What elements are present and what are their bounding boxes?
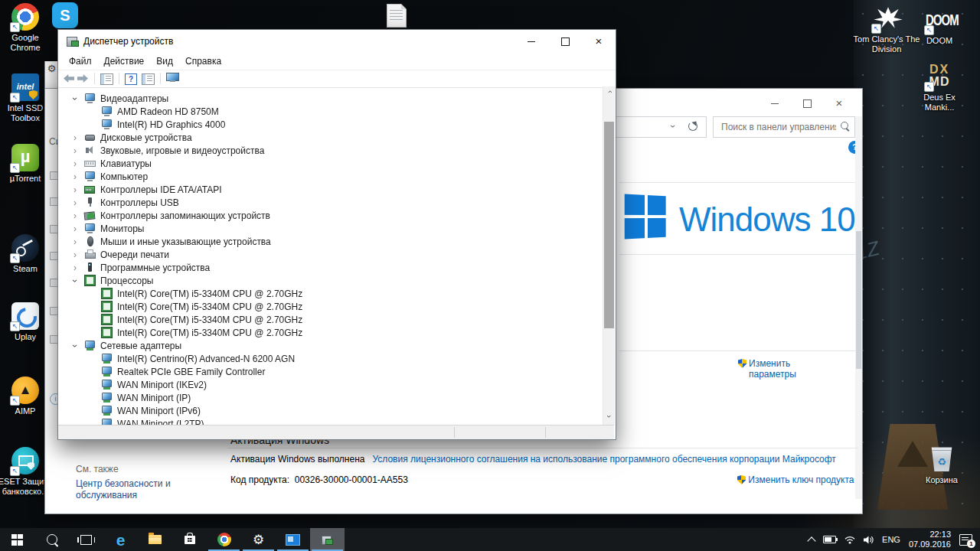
device-tree-item[interactable]: WAN Miniport (IPv6) — [58, 404, 603, 417]
system-maximize-button[interactable] — [795, 94, 818, 112]
scroll-down-icon[interactable] — [603, 412, 615, 424]
toolbar: ? — [58, 70, 616, 88]
chevron-down-icon[interactable]: › — [668, 125, 678, 128]
toolbar-forward-button[interactable] — [77, 74, 88, 83]
device-icon — [84, 210, 96, 220]
divider — [619, 350, 858, 351]
refresh-icon[interactable] — [688, 122, 697, 131]
device-tree-item[interactable]: Очереди печати — [58, 248, 603, 261]
device-tree-item[interactable]: Клавиатуры — [58, 157, 603, 170]
tree-chevron-icon[interactable] — [74, 341, 84, 350]
menu-file[interactable]: Файл — [63, 56, 98, 67]
desktop-icon-document[interactable] — [381, 4, 412, 28]
desktop-icon-deus-ex[interactable]: DX MD ↖ Deus Ex Manki... — [911, 63, 968, 112]
toolbar-properties-button[interactable] — [142, 73, 155, 85]
desktop-icon-skype[interactable]: S — [52, 2, 83, 28]
device-tree-item[interactable]: Контроллеры запоминающих устройств — [58, 209, 603, 222]
device-tree-item[interactable]: WAN Miniport (IP) — [58, 391, 603, 404]
tree-chevron-icon[interactable] — [74, 237, 84, 246]
action-center-icon[interactable]: 1 — [959, 534, 972, 546]
taskbar-explorer-button[interactable] — [138, 528, 172, 551]
maximize-button[interactable] — [548, 30, 582, 53]
taskbar-chrome-button[interactable] — [207, 528, 241, 551]
tree-chevron-icon[interactable] — [74, 224, 84, 233]
device-tree-item[interactable]: Процессоры — [58, 274, 603, 287]
scrollbar-thumb[interactable] — [604, 122, 614, 328]
close-button[interactable]: × — [582, 30, 616, 53]
taskbar-edge-button[interactable]: e — [103, 528, 138, 551]
device-manager-titlebar[interactable]: Диспетчер устройств × — [58, 30, 616, 53]
tree-chevron-icon[interactable] — [74, 94, 84, 103]
device-tree-item[interactable]: Мониторы — [58, 222, 603, 235]
change-settings-link[interactable]: Изменить параметры — [738, 358, 796, 380]
battery-icon[interactable] — [823, 536, 836, 543]
taskbar-store-button[interactable] — [172, 528, 207, 551]
scrollbar-thumb[interactable] — [856, 231, 861, 369]
device-tree-item[interactable]: AMD Radeon HD 8750M — [58, 105, 603, 118]
device-tree-item[interactable]: Intel(R) Core(TM) i5-3340M CPU @ 2.70GHz — [58, 287, 603, 300]
taskbar-app-icon — [185, 536, 195, 544]
desktop-icon-doom[interactable]: DOOM ↖ DOOM — [911, 6, 968, 46]
tree-chevron-icon[interactable] — [74, 185, 84, 194]
volume-icon[interactable] — [864, 536, 874, 544]
device-tree-item[interactable]: Контроллеры USB — [58, 196, 603, 209]
desktop-icon-recycle-bin[interactable]: ♻ Корзина — [913, 445, 970, 485]
device-tree-item[interactable]: Сетевые адаптеры — [58, 339, 603, 352]
device-tree-item[interactable]: Мыши и иные указывающие устройства — [58, 235, 603, 248]
menu-help[interactable]: Справка — [179, 56, 227, 67]
menu-view[interactable]: Вид — [150, 56, 179, 67]
tree-chevron-icon[interactable] — [74, 198, 84, 207]
device-tree-item[interactable]: Intel(R) HD Graphics 4000 — [58, 118, 603, 131]
scrollbar[interactable] — [603, 86, 615, 425]
taskbar-start-button[interactable] — [0, 528, 34, 551]
wifi-icon[interactable] — [844, 536, 855, 544]
language-indicator[interactable]: ENG — [882, 535, 900, 544]
tree-chevron-icon[interactable] — [74, 172, 84, 181]
tree-chevron-icon[interactable] — [74, 250, 84, 259]
device-tree-item[interactable]: Intel(R) Core(TM) i5-3340M CPU @ 2.70GHz — [58, 300, 603, 313]
gear-icon[interactable]: ⚙ — [47, 63, 57, 74]
search-input[interactable] — [720, 118, 838, 136]
taskbar-settings-button[interactable]: ⚙ — [241, 528, 276, 551]
scroll-up-icon[interactable] — [603, 87, 615, 99]
tree-chevron-icon[interactable] — [74, 276, 84, 285]
device-tree-item[interactable]: WAN Miniport (L2TP) — [58, 417, 603, 425]
system-close-button[interactable]: × — [828, 94, 851, 112]
device-tree-item[interactable]: Контроллеры IDE ATA/ATAPI — [58, 183, 603, 196]
system-minimize-button[interactable] — [763, 94, 786, 112]
tree-chevron-icon[interactable] — [74, 263, 84, 272]
toolbar-back-button[interactable] — [64, 74, 74, 83]
device-tree-item[interactable]: Realtek PCIe GBE Family Controller — [58, 365, 603, 378]
scrollbar[interactable] — [855, 116, 862, 499]
toolbar-help-button[interactable]: ? — [125, 73, 137, 85]
windows-flag-logo — [625, 194, 666, 240]
tree-chevron-icon[interactable] — [74, 159, 84, 168]
device-tree-item[interactable]: Intel(R) Core(TM) i5-3340M CPU @ 2.70GHz — [58, 313, 603, 326]
tray-chevron-up-icon[interactable] — [807, 536, 815, 545]
device-tree-item[interactable]: Intel(R) Core(TM) i5-3340M CPU @ 2.70GHz — [58, 326, 603, 339]
taskbar-taskview-button[interactable] — [69, 528, 103, 551]
taskbar-system-button[interactable] — [276, 528, 310, 551]
menu-action[interactable]: Действие — [98, 56, 151, 67]
tree-chevron-icon[interactable] — [74, 146, 84, 155]
device-tree-item[interactable]: Компьютер — [58, 170, 603, 183]
device-tree-item[interactable]: Программные устройства — [58, 261, 603, 274]
device-tree-item[interactable]: Видеоадаптеры — [58, 92, 603, 105]
device-tree-item[interactable]: WAN Miniport (IKEv2) — [58, 378, 603, 391]
taskbar-devicemanager-button[interactable] — [310, 528, 345, 551]
device-tree-item[interactable]: Звуковые, игровые и видеоустройства — [58, 144, 603, 157]
tree-chevron-icon[interactable] — [74, 133, 84, 142]
taskbar-search-button[interactable] — [34, 528, 69, 551]
toolbar-devices-button[interactable] — [166, 73, 179, 82]
tree-chevron-icon[interactable] — [74, 211, 84, 220]
device-tree-item[interactable]: Дисковые устройства — [58, 131, 603, 144]
clock[interactable]: 22:13 07.09.2016 — [909, 530, 951, 549]
device-tree-item[interactable]: Intel(R) Centrino(R) Advanced-N 6200 AGN — [58, 352, 603, 365]
search-icon[interactable] — [841, 122, 848, 129]
desktop-icon-google-chrome[interactable]: ↖ Google Chrome — [0, 3, 54, 53]
change-product-key-link[interactable]: Изменить ключ продукта — [737, 474, 854, 485]
minimize-button[interactable] — [514, 30, 548, 53]
security-center-link[interactable]: Центр безопасности и обслуживания — [76, 478, 210, 501]
license-terms-link[interactable]: Условия лицензионного соглашения на испо… — [372, 454, 835, 465]
toolbar-console-button[interactable] — [100, 73, 113, 85]
